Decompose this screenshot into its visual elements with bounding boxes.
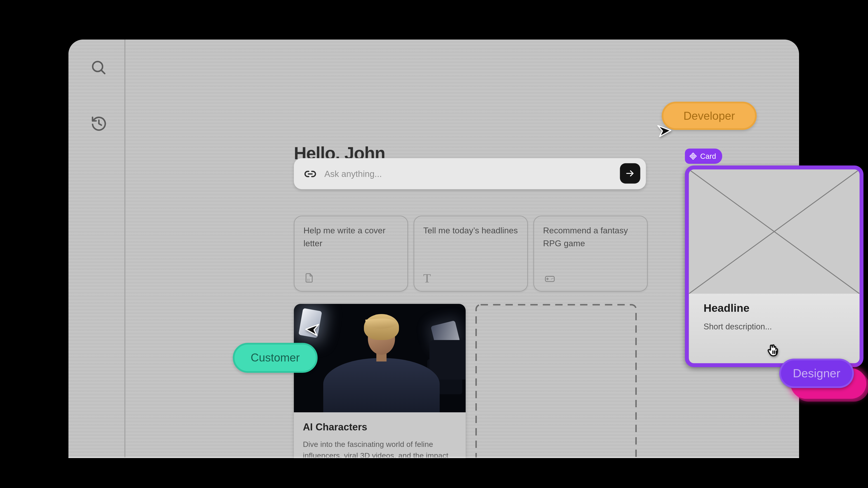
component-icon xyxy=(689,153,697,160)
send-button[interactable] xyxy=(620,163,640,184)
card-description: Dive into the fascinating world of felin… xyxy=(294,433,466,458)
cursor-label-text: Designer xyxy=(793,367,840,380)
person-torso xyxy=(323,358,440,412)
component-badge-label: Card xyxy=(700,152,716,161)
cursor-label-developer: Developer xyxy=(662,102,757,130)
suggestion-label: Recommend a fantasy RPG game xyxy=(534,217,647,250)
suggestion-card-headlines[interactable]: Tell me today’s headlines T xyxy=(414,216,528,291)
cursor-label-customer: Customer xyxy=(233,343,318,373)
content-card-ai-characters[interactable]: AI Characters Dive into the fascinating … xyxy=(294,304,466,458)
ai-characters-photo xyxy=(294,304,466,412)
dragged-card-component[interactable]: Headline Short description... xyxy=(685,166,864,367)
developer-cursor-arrow-icon xyxy=(656,123,673,138)
arrow-right-icon xyxy=(625,168,635,178)
suggestion-label: Help me write a cover letter xyxy=(294,217,408,250)
cursor-label-designer: Designer xyxy=(779,359,854,388)
dashed-drop-zone[interactable] xyxy=(475,304,637,458)
search-icon[interactable] xyxy=(89,58,108,77)
image-x-placeholder xyxy=(689,169,860,294)
suggestion-label: Tell me today’s headlines xyxy=(414,217,527,237)
cursor-label-text: Customer xyxy=(251,351,300,364)
ask-bar xyxy=(294,158,646,189)
suggestion-card-rpg-game[interactable]: Recommend a fantasy RPG game xyxy=(533,216,648,291)
component-badge: Card xyxy=(685,149,722,164)
document-icon xyxy=(304,272,315,284)
design-canvas: Hello, John Help me write a xyxy=(0,0,868,488)
link-icon xyxy=(304,167,316,180)
card-title: AI Characters xyxy=(294,412,466,433)
gamepad-icon xyxy=(543,272,557,284)
text-icon: T xyxy=(423,272,431,284)
cursor-label-text: Developer xyxy=(684,109,735,123)
card-headline: Headline xyxy=(704,302,860,315)
sidebar-divider xyxy=(124,39,125,458)
customer-cursor-arrow-icon xyxy=(304,321,320,337)
card-short-description: Short description... xyxy=(704,322,860,331)
suggestion-card-cover-letter[interactable]: Help me write a cover letter xyxy=(294,216,408,291)
ask-input[interactable] xyxy=(323,168,614,180)
grab-hand-icon xyxy=(765,342,782,359)
history-icon[interactable] xyxy=(89,114,108,133)
